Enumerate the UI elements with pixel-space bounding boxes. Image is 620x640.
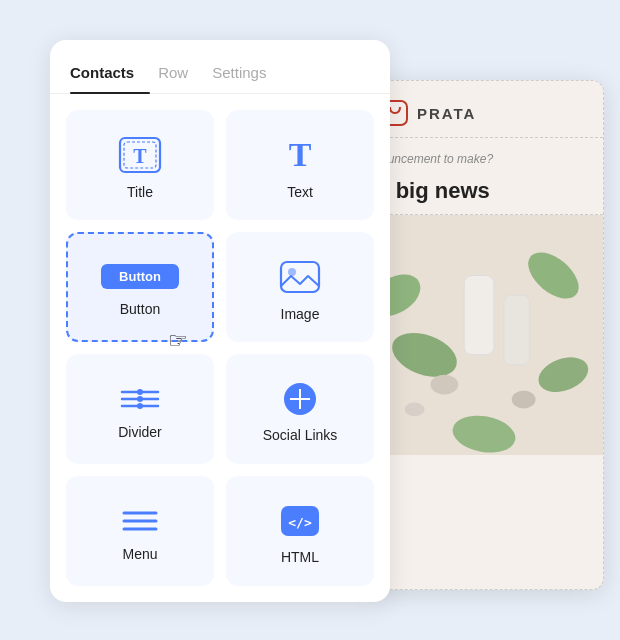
card-button[interactable]: Button Button ☞ xyxy=(66,232,214,342)
svg-point-31 xyxy=(405,402,425,416)
card-divider-label: Divider xyxy=(118,424,162,440)
tab-bar: Contacts Row Settings xyxy=(50,40,390,94)
tab-contacts[interactable]: Contacts xyxy=(70,56,150,93)
svg-text:T: T xyxy=(133,145,147,167)
card-title[interactable]: T Title xyxy=(66,110,214,220)
svg-rect-28 xyxy=(504,295,530,364)
card-menu[interactable]: Menu xyxy=(66,476,214,586)
cursor-icon: ☞ xyxy=(168,328,188,354)
svg-point-30 xyxy=(512,391,536,409)
title-icon: T xyxy=(118,136,162,174)
card-html[interactable]: </> HTML xyxy=(226,476,374,586)
preview-headline: r big news xyxy=(365,172,603,215)
svg-point-9 xyxy=(137,389,143,395)
html-icon: </> xyxy=(278,503,322,539)
button-preview: Button xyxy=(101,264,179,289)
preview-logo-text: PRATA xyxy=(417,105,476,122)
left-panel: Contacts Row Settings T Title T Text xyxy=(50,40,390,602)
tab-settings[interactable]: Settings xyxy=(212,56,282,93)
svg-rect-4 xyxy=(281,262,319,292)
card-text-label: Text xyxy=(287,184,313,200)
tab-row[interactable]: Row xyxy=(158,56,204,93)
social-links-icon xyxy=(282,381,318,417)
email-preview: PRATA ouncement to make? r big news xyxy=(364,80,604,590)
preview-image-svg xyxy=(365,215,603,455)
card-social-links[interactable]: Social Links xyxy=(226,354,374,464)
card-title-label: Title xyxy=(127,184,153,200)
card-menu-label: Menu xyxy=(122,546,157,562)
blocks-grid: T Title T Text Button Button ☞ xyxy=(50,110,390,586)
svg-point-11 xyxy=(137,403,143,409)
card-social-links-label: Social Links xyxy=(263,427,338,443)
svg-point-29 xyxy=(430,375,458,395)
preview-logo-row: PRATA xyxy=(365,81,603,137)
svg-point-5 xyxy=(288,268,296,276)
svg-text:</>: </> xyxy=(288,515,312,530)
card-divider[interactable]: Divider xyxy=(66,354,214,464)
svg-rect-27 xyxy=(464,276,494,355)
divider-icon xyxy=(118,384,162,414)
card-image-label: Image xyxy=(281,306,320,322)
svg-text:T: T xyxy=(289,136,312,173)
preview-divider-1 xyxy=(365,137,603,138)
preview-product-image xyxy=(365,215,603,455)
preview-announcement: ouncement to make? xyxy=(365,146,603,172)
card-text[interactable]: T Text xyxy=(226,110,374,220)
svg-point-10 xyxy=(137,396,143,402)
menu-icon xyxy=(118,506,162,536)
card-button-label: Button xyxy=(120,301,160,317)
button-icon: Button xyxy=(101,264,179,291)
image-icon xyxy=(278,258,322,296)
card-html-label: HTML xyxy=(281,549,319,565)
card-image[interactable]: Image xyxy=(226,232,374,342)
text-icon: T xyxy=(280,136,320,174)
